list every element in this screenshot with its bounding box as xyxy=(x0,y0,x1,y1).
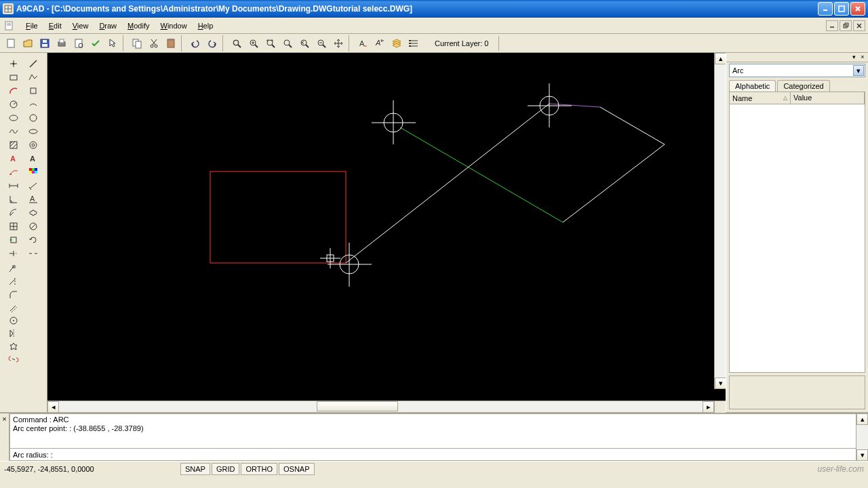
grid-col-value[interactable]: Value xyxy=(791,92,865,104)
rectangle-tool[interactable] xyxy=(4,70,23,83)
zoom-previous-button[interactable] xyxy=(296,35,313,52)
object-type-combo[interactable]: Arc ▾ xyxy=(729,64,865,77)
text-tool[interactable]: A xyxy=(24,152,43,165)
menu-window[interactable]: Window xyxy=(155,20,192,31)
ellipse-arc-tool[interactable] xyxy=(24,125,43,138)
command-close-button[interactable]: × xyxy=(0,413,9,461)
hscroll-right-button[interactable]: ▸ xyxy=(703,401,714,413)
chamfer-tool[interactable] xyxy=(4,314,23,327)
stretch-tool[interactable] xyxy=(4,262,23,275)
cut-button[interactable] xyxy=(146,35,162,52)
panel-pin-button[interactable]: ▾ xyxy=(850,53,858,61)
refresh-tool[interactable] xyxy=(24,233,43,246)
close-button[interactable] xyxy=(850,2,865,16)
copy-button[interactable] xyxy=(129,35,145,52)
canvas-vscroll[interactable]: ▴ ▾ xyxy=(714,53,726,389)
check-button[interactable] xyxy=(87,35,104,52)
circle-2p-tool[interactable] xyxy=(24,111,43,124)
dimension-aligned-tool[interactable] xyxy=(24,179,43,192)
menu-edit[interactable]: Edit xyxy=(43,20,67,31)
vscroll-up-button[interactable]: ▴ xyxy=(715,53,726,64)
redo-button[interactable] xyxy=(204,35,220,52)
menu-file[interactable]: FFileile xyxy=(20,20,43,31)
maximize-button[interactable] xyxy=(834,2,849,16)
polyline-tool[interactable] xyxy=(24,70,43,83)
snap-toggle[interactable]: SNAP xyxy=(180,463,210,475)
save-button[interactable] xyxy=(37,35,53,52)
print-preview-button[interactable] xyxy=(71,35,87,52)
hatch-tool[interactable] xyxy=(4,138,23,151)
zoom-window-button[interactable] xyxy=(229,35,245,52)
dimension-linear-tool[interactable] xyxy=(4,179,23,192)
svg-line-104 xyxy=(10,306,16,311)
dimension-radius-tool[interactable] xyxy=(4,206,23,219)
donut-tool[interactable] xyxy=(24,138,43,151)
panel-close-button[interactable]: × xyxy=(859,53,867,61)
block-tool[interactable] xyxy=(4,220,23,232)
text-style-button[interactable]: A xyxy=(355,35,371,52)
fillet-tool[interactable] xyxy=(4,288,23,301)
revcloud-tool[interactable] xyxy=(24,206,43,219)
pointer-button[interactable] xyxy=(104,35,121,52)
dimension-style-button[interactable]: A xyxy=(372,35,388,52)
tab-categorized[interactable]: Categorized xyxy=(777,80,829,92)
zoom-extents-button[interactable] xyxy=(262,35,279,52)
properties-grid[interactable]: Name△ Value xyxy=(729,92,865,373)
print-button[interactable] xyxy=(54,35,70,52)
break-tool[interactable] xyxy=(24,247,43,260)
pan-button[interactable] xyxy=(330,35,347,52)
mdi-restore-button[interactable] xyxy=(840,20,852,31)
new-file-button[interactable] xyxy=(3,35,19,52)
zoom-realtime-button[interactable] xyxy=(279,35,296,52)
grid-toggle[interactable]: GRID xyxy=(212,463,240,475)
dimension-diameter-tool[interactable] xyxy=(24,220,43,232)
osnap-toggle[interactable]: OSNAP xyxy=(279,463,315,475)
mdi-close-button[interactable] xyxy=(853,20,865,31)
mtext-tool[interactable]: A xyxy=(4,152,23,165)
ellipse-tool[interactable] xyxy=(4,111,23,124)
zoom-in-button[interactable] xyxy=(245,35,262,52)
trim-tool[interactable] xyxy=(4,247,23,260)
explode-tool[interactable] xyxy=(4,340,23,352)
undo-button[interactable] xyxy=(187,35,203,52)
line-tool[interactable] xyxy=(24,57,43,70)
square-tool[interactable] xyxy=(24,84,43,97)
menu-draw[interactable]: Draw xyxy=(94,20,122,31)
canvas-hscroll[interactable]: ◂ ▸ xyxy=(47,401,726,412)
arc-tool[interactable] xyxy=(4,84,23,97)
ortho-toggle[interactable]: ORTHO xyxy=(241,463,277,475)
vscroll-down-button[interactable]: ▾ xyxy=(715,378,726,389)
drawing-canvas[interactable]: ▴ ▾ xyxy=(47,53,726,401)
open-file-button[interactable] xyxy=(20,35,36,52)
zoom-out-button[interactable] xyxy=(313,35,330,52)
tab-alphabetic[interactable]: Alphabetic xyxy=(729,80,776,92)
join-tool[interactable] xyxy=(4,352,23,365)
extend-tool[interactable] xyxy=(4,275,23,288)
menu-help[interactable]: Help xyxy=(193,20,219,31)
svg-rect-30 xyxy=(169,39,173,41)
leader-tool[interactable] xyxy=(4,165,23,178)
menu-view[interactable]: View xyxy=(67,20,94,31)
offset-tool[interactable] xyxy=(4,301,23,314)
dimension-angular-tool[interactable] xyxy=(4,192,23,205)
command-history: Command : ARC Arc center point: : (-38.8… xyxy=(9,413,856,449)
grid-col-name[interactable]: Name△ xyxy=(730,92,791,104)
paste-button[interactable] xyxy=(163,35,179,52)
properties-button[interactable] xyxy=(406,35,422,52)
arc-3p-tool[interactable] xyxy=(24,98,43,110)
menu-modify[interactable]: Modify xyxy=(122,20,155,31)
spline-tool[interactable] xyxy=(4,125,23,138)
minimize-button[interactable] xyxy=(818,2,833,16)
combo-arrow-icon[interactable]: ▾ xyxy=(853,65,864,76)
mdi-minimize-button[interactable] xyxy=(826,20,838,31)
circle-tool[interactable] xyxy=(4,98,23,110)
insert-block-tool[interactable] xyxy=(4,233,23,246)
dimension-text-tool[interactable]: A xyxy=(24,192,43,205)
layers-button[interactable] xyxy=(389,35,405,52)
command-vscroll[interactable]: ▴ ▾ xyxy=(856,413,868,461)
command-input[interactable]: Arc radius: : xyxy=(9,449,856,461)
hscroll-left-button[interactable]: ◂ xyxy=(47,401,59,413)
mirror-tool[interactable] xyxy=(4,327,23,340)
point-tool[interactable] xyxy=(4,57,23,70)
color-palette-tool[interactable] xyxy=(24,165,43,178)
